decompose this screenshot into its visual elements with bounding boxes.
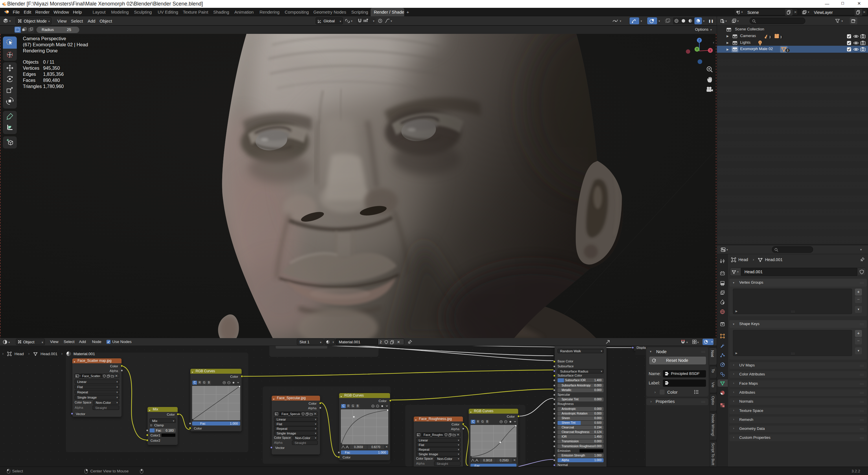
- svg-text:Y: Y: [696, 48, 698, 51]
- svg-text:X: X: [709, 49, 711, 52]
- svg-text:Z: Z: [699, 39, 700, 42]
